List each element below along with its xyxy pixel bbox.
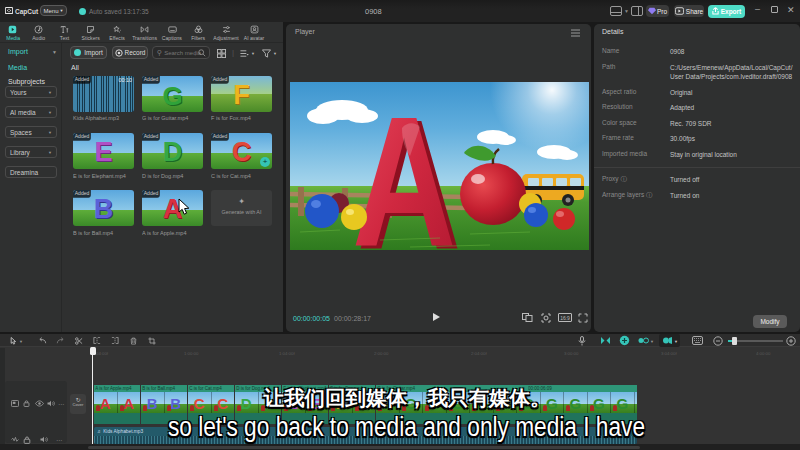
svg-text:A: A	[352, 82, 456, 250]
